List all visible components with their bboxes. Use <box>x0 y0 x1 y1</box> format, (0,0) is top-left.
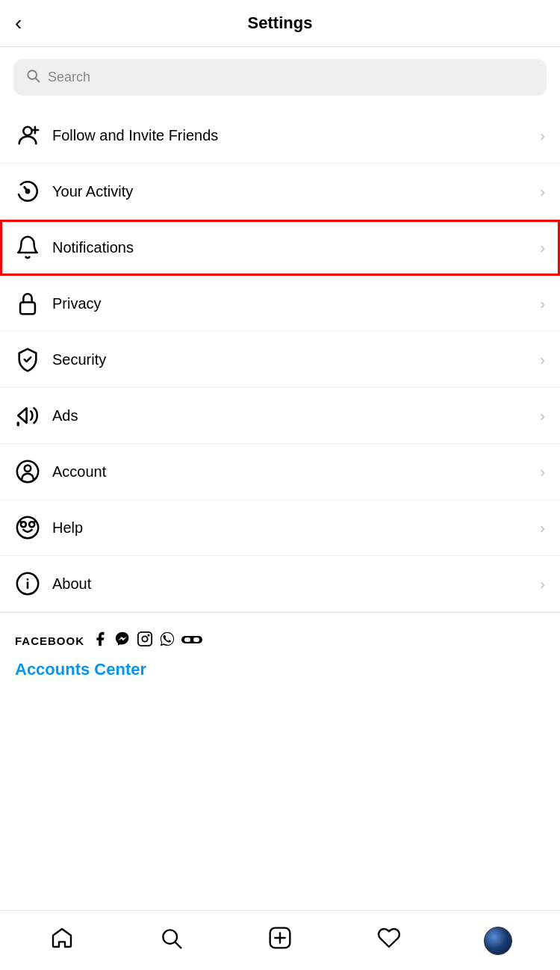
svg-line-16 <box>34 522 35 523</box>
svg-line-1 <box>36 78 40 82</box>
activity-label: Your Activity <box>52 183 540 200</box>
about-chevron: › <box>540 575 545 593</box>
svg-marker-8 <box>18 408 26 423</box>
meta-icon <box>181 632 202 649</box>
menu-item-notifications[interactable]: Notifications › <box>0 220 560 276</box>
footer-section: FACEBOOK Accounts Center <box>0 612 560 691</box>
account-chevron: › <box>540 463 545 481</box>
svg-point-19 <box>27 579 28 580</box>
help-chevron: › <box>540 519 545 537</box>
settings-menu: Follow and Invite Friends › Your Activit… <box>0 108 560 612</box>
bottom-nav <box>0 910 560 970</box>
home-icon <box>50 926 74 955</box>
menu-item-activity[interactable]: Your Activity › <box>0 164 560 220</box>
svg-point-12 <box>17 517 38 538</box>
ads-label: Ads <box>52 407 540 424</box>
add-icon <box>268 926 292 955</box>
ads-chevron: › <box>540 407 545 424</box>
help-label: Help <box>52 519 540 537</box>
ads-icon <box>15 403 52 428</box>
nav-search[interactable] <box>116 911 225 970</box>
avatar <box>484 927 512 955</box>
menu-item-security[interactable]: Security › <box>0 332 560 388</box>
whatsapp-icon <box>159 631 175 651</box>
search-container: Search <box>0 47 560 108</box>
lock-icon <box>15 291 52 316</box>
follow-label: Follow and Invite Friends <box>52 127 540 144</box>
search-nav-icon <box>159 926 183 955</box>
facebook-icon <box>92 631 108 651</box>
menu-item-help[interactable]: Help › <box>0 500 560 556</box>
bell-icon <box>15 235 52 260</box>
svg-point-6 <box>26 190 29 193</box>
heart-icon <box>377 926 401 955</box>
footer-icons <box>92 631 202 651</box>
security-chevron: › <box>540 351 545 368</box>
account-label: Account <box>52 463 540 481</box>
security-label: Security <box>52 351 540 368</box>
svg-rect-25 <box>193 637 199 642</box>
privacy-label: Privacy <box>52 295 540 312</box>
account-icon <box>15 459 52 484</box>
svg-rect-7 <box>20 303 35 315</box>
menu-item-follow[interactable]: Follow and Invite Friends › <box>0 108 560 164</box>
nav-heart[interactable] <box>335 911 444 970</box>
svg-rect-24 <box>184 637 190 642</box>
page-title: Settings <box>248 13 313 33</box>
notifications-chevron: › <box>540 239 545 256</box>
footer-brand: FACEBOOK <box>15 634 84 647</box>
follow-icon <box>15 123 52 148</box>
footer-brand-row: FACEBOOK <box>15 631 545 651</box>
activity-chevron: › <box>540 183 545 200</box>
search-icon <box>25 68 40 87</box>
svg-point-11 <box>25 466 31 472</box>
search-placeholder: Search <box>48 69 90 85</box>
header: ‹ Settings <box>0 0 560 47</box>
svg-point-2 <box>23 127 31 135</box>
menu-item-account[interactable]: Account › <box>0 444 560 500</box>
menu-item-ads[interactable]: Ads › <box>0 388 560 444</box>
svg-point-21 <box>142 636 147 641</box>
svg-point-22 <box>148 634 149 635</box>
svg-line-27 <box>175 942 181 948</box>
messenger-icon <box>114 631 131 651</box>
shield-icon <box>15 347 52 372</box>
nav-home[interactable] <box>7 911 116 970</box>
back-button[interactable]: ‹ <box>15 11 22 35</box>
activity-icon <box>15 179 52 204</box>
accounts-center-link[interactable]: Accounts Center <box>15 660 146 679</box>
info-icon <box>15 571 52 596</box>
svg-rect-20 <box>138 632 152 646</box>
search-bar[interactable]: Search <box>13 59 547 96</box>
menu-item-privacy[interactable]: Privacy › <box>0 276 560 332</box>
follow-chevron: › <box>540 127 545 144</box>
menu-item-about[interactable]: About › <box>0 556 560 612</box>
nav-profile[interactable] <box>444 911 553 970</box>
instagram-icon <box>137 631 153 651</box>
notifications-label: Notifications <box>52 239 540 256</box>
nav-add[interactable] <box>225 911 335 970</box>
help-icon <box>15 515 52 540</box>
about-label: About <box>52 575 540 593</box>
svg-line-15 <box>20 522 21 523</box>
privacy-chevron: › <box>540 295 545 312</box>
